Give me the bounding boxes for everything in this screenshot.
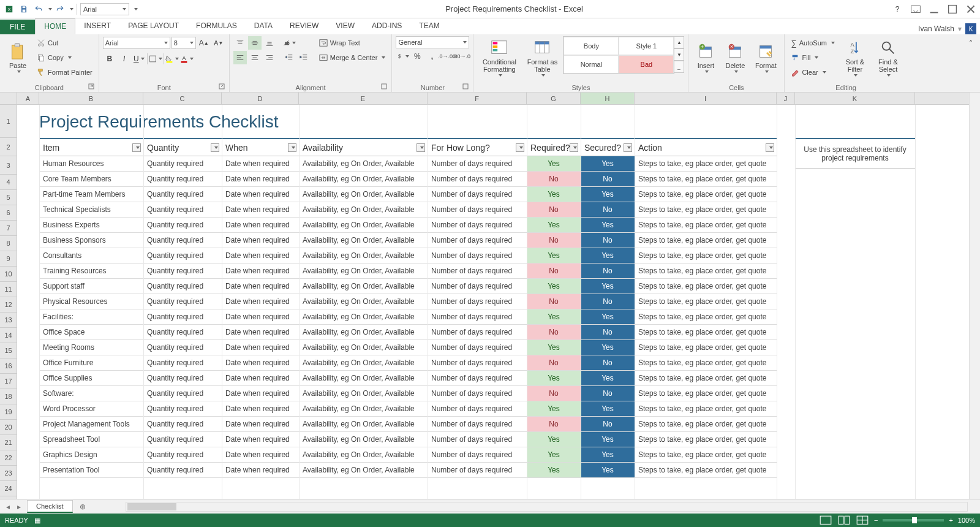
table-cell[interactable]: Availability, eg On Order, Available [299,313,428,321]
clear-button[interactable]: Clear [788,66,837,79]
sort-filter-button[interactable]: AZSort & Filter [840,36,870,79]
tab-data[interactable]: DATA [246,18,281,34]
new-sheet-button[interactable]: ⊕ [77,501,89,513]
table-cell[interactable]: Number of days required [428,205,527,214]
table-cell[interactable]: Yes [527,187,581,202]
filter-dropdown-icon[interactable] [766,143,774,152]
table-cell[interactable]: Quantity required [143,236,222,245]
table-cell[interactable]: Date when required [222,389,299,398]
table-cell[interactable]: Meeting Rooms [39,343,143,352]
table-cell[interactable]: Steps to take, eg place order, get quote [635,251,777,260]
minimize-icon[interactable] [927,2,941,16]
table-cell[interactable]: Quantity required [143,328,222,336]
table-cell[interactable]: Steps to take, eg place order, get quote [635,450,777,459]
table-cell[interactable]: Steps to take, eg place order, get quote [635,267,777,275]
sheet-tab-checklist[interactable]: Checklist [27,500,73,513]
borders-button[interactable] [149,52,162,66]
table-cell[interactable]: Availability, eg On Order, Available [299,175,428,183]
row-header[interactable]: 2 [0,138,17,156]
align-top-icon[interactable] [233,36,247,50]
table-cell[interactable]: Date when required [222,420,299,428]
table-cell[interactable]: Date when required [222,358,299,367]
qat-font-combo[interactable]: Arial [80,3,129,15]
table-cell[interactable]: Quantity required [143,267,222,275]
table-cell[interactable]: Office Space [39,328,143,336]
table-cell[interactable]: Quantity required [143,404,222,413]
sheet-nav-first-icon[interactable]: ◂ [2,501,13,512]
table-cell[interactable]: Availability, eg On Order, Available [299,466,428,474]
table-row[interactable]: Business SponsorsQuantity requiredDate w… [39,233,777,248]
row-header[interactable]: 18 [0,389,17,404]
font-name-combo[interactable]: Arial [103,37,170,49]
table-cell[interactable]: Steps to take, eg place order, get quote [635,282,777,290]
row-header[interactable]: 3 [0,156,17,175]
row-header[interactable]: 13 [0,313,17,328]
row-header[interactable]: 12 [0,297,17,313]
table-cell[interactable]: No [527,417,581,431]
table-cell[interactable]: Support staff [39,282,143,290]
gallery-more-icon[interactable]: ⎯ [674,61,684,73]
table-cell[interactable]: Quantity required [143,435,222,444]
undo-dropdown-icon[interactable] [48,8,52,10]
table-cell[interactable]: Number of days required [428,328,527,336]
table-row[interactable]: Core Team MembersQuantity requiredDate w… [39,172,777,187]
font-size-combo[interactable]: 8 [172,37,196,49]
table-row[interactable]: Technical SpecialistsQuantity requiredDa… [39,202,777,218]
table-cell[interactable]: Number of days required [428,420,527,428]
table-cell[interactable]: Date when required [222,267,299,275]
number-launcher-icon[interactable] [462,83,469,91]
redo-dropdown-icon[interactable] [70,8,74,10]
increase-font-icon[interactable]: A▲ [197,36,211,50]
table-cell[interactable]: Availability, eg On Order, Available [299,435,428,444]
table-cell[interactable]: Quantity required [143,175,222,183]
row-header[interactable]: 19 [0,404,17,420]
table-cell[interactable]: Yes [527,156,581,171]
table-cell[interactable]: Yes [581,248,635,263]
table-cell[interactable]: Quantity required [143,205,222,214]
row-header[interactable]: 5 [0,190,17,205]
table-cell[interactable]: Facilities: [39,313,143,321]
table-cell[interactable]: Number of days required [428,297,527,306]
table-cell[interactable]: Steps to take, eg place order, get quote [635,205,777,214]
table-cell[interactable]: Yes [581,340,635,355]
copy-button[interactable]: Copy [34,51,95,64]
vertical-scrollbar[interactable] [969,93,980,499]
filter-dropdown-icon[interactable] [624,143,632,152]
table-cell[interactable]: Yes [527,432,581,447]
tab-insert[interactable]: INSERT [75,18,119,34]
table-row[interactable]: Facilities:Quantity requiredDate when re… [39,309,777,325]
table-cell[interactable]: Yes [581,432,635,447]
table-row[interactable]: Spreadsheet ToolQuantity requiredDate wh… [39,432,777,447]
table-cell[interactable]: No [581,202,635,217]
row-header[interactable]: 22 [0,450,17,466]
wrap-text-button[interactable]: Wrap Text [317,36,388,50]
table-cell[interactable]: Number of days required [428,251,527,260]
filter-dropdown-icon[interactable] [132,143,141,152]
conditional-formatting-button[interactable]: Conditional Formatting [477,36,521,79]
table-cell[interactable]: Date when required [222,205,299,214]
table-cell[interactable]: Training Resources [39,267,143,275]
table-cell[interactable]: Availability, eg On Order, Available [299,420,428,428]
page-break-view-icon[interactable] [856,515,869,526]
table-cell[interactable]: Date when required [222,297,299,306]
table-cell[interactable]: Number of days required [428,358,527,367]
table-row[interactable]: Presentation ToolQuantity requiredDate w… [39,463,777,478]
table-cell[interactable]: Availability, eg On Order, Available [299,205,428,214]
zoom-level[interactable]: 100% [958,517,975,524]
table-cell[interactable]: Number of days required [428,374,527,382]
table-cell[interactable]: Presentation Tool [39,466,143,474]
autosum-button[interactable]: ∑AutoSum [788,36,837,50]
table-cell[interactable]: Availability, eg On Order, Available [299,190,428,199]
table-row[interactable]: Meeting RoomsQuantity requiredDate when … [39,340,777,355]
table-cell[interactable]: Steps to take, eg place order, get quote [635,358,777,367]
alignment-launcher-icon[interactable] [380,83,388,91]
excel-icon[interactable]: X [2,2,16,16]
align-bottom-icon[interactable] [263,36,276,50]
table-cell[interactable]: Office Furniture [39,358,143,367]
table-cell[interactable]: Yes [581,156,635,171]
column-header[interactable]: E [299,93,428,104]
table-cell[interactable]: Number of days required [428,236,527,245]
percent-format-icon[interactable]: % [410,50,424,63]
column-header[interactable]: C [143,93,222,104]
column-headers[interactable]: ABCDEFGHIJK [17,93,969,105]
